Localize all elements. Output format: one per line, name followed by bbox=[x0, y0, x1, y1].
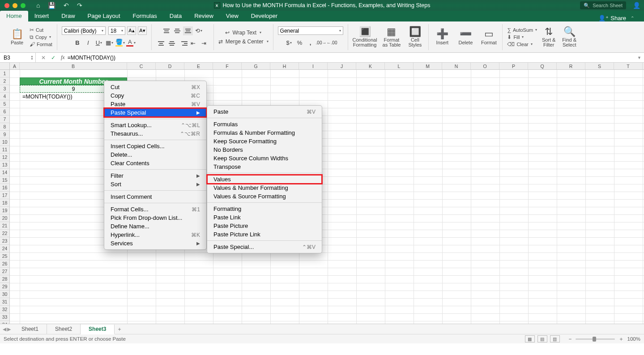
col-F[interactable]: F bbox=[213, 63, 242, 69]
row-16[interactable]: 16 bbox=[0, 184, 10, 192]
align-center-button[interactable] bbox=[167, 39, 177, 48]
row-19[interactable]: 19 bbox=[0, 207, 10, 214]
align-middle-button[interactable] bbox=[172, 26, 182, 35]
col-L[interactable]: L bbox=[385, 63, 414, 69]
paste-button[interactable]: 📋 Paste bbox=[8, 29, 26, 45]
sub-values-source-formatting[interactable]: Values & Source Formatting bbox=[207, 192, 322, 201]
search-sheet-box[interactable]: 🔍 Search Sheet bbox=[580, 1, 626, 9]
col-C[interactable]: C bbox=[127, 63, 156, 69]
ribbon-collapse-icon[interactable]: ⌃ bbox=[631, 16, 634, 21]
decrease-decimal-button[interactable]: ←.00 bbox=[327, 38, 337, 47]
zoom-slider[interactable] bbox=[576, 338, 615, 340]
fill-button[interactable]: ⬇Fill▾ bbox=[507, 34, 537, 40]
align-bottom-button[interactable] bbox=[183, 26, 193, 35]
row-12[interactable]: 12 bbox=[0, 154, 10, 161]
formula-input[interactable] bbox=[68, 53, 637, 62]
row-15[interactable]: 15 bbox=[0, 176, 10, 184]
row-13[interactable]: 13 bbox=[0, 161, 10, 169]
sub-formulas-number-formatting[interactable]: Formulas & Number Formatting bbox=[207, 128, 322, 137]
sub-no-borders[interactable]: No Borders bbox=[207, 145, 322, 154]
row-21[interactable]: 21 bbox=[0, 222, 10, 230]
format-painter-button[interactable]: 🖌Format bbox=[30, 41, 52, 47]
ctx-services[interactable]: Services▶ bbox=[104, 239, 206, 248]
wrap-text-button[interactable]: ↩Wrap Text▾ bbox=[225, 30, 261, 36]
row-25[interactable]: 25 bbox=[0, 252, 10, 260]
clear-button[interactable]: ⌫Clear▾ bbox=[507, 41, 537, 47]
format-as-table-button[interactable]: ▦Format as Table bbox=[383, 27, 401, 47]
row-18[interactable]: 18 bbox=[0, 199, 10, 207]
row-26[interactable]: 26 bbox=[0, 260, 10, 268]
merge-center-button[interactable]: ⇄Merge & Center▾ bbox=[218, 38, 269, 45]
col-E[interactable]: E bbox=[184, 63, 213, 69]
tab-home[interactable]: Home bbox=[0, 11, 28, 21]
align-top-button[interactable] bbox=[162, 26, 171, 35]
col-Q[interactable]: Q bbox=[528, 63, 557, 69]
col-G[interactable]: G bbox=[242, 63, 270, 69]
sub-keep-source-column-widths[interactable]: Keep Source Column Widths bbox=[207, 154, 322, 163]
col-N[interactable]: N bbox=[442, 63, 471, 69]
name-box[interactable]: B3 ▲▼ bbox=[0, 53, 36, 62]
tab-view[interactable]: View bbox=[220, 11, 245, 21]
row-22[interactable]: 22 bbox=[0, 230, 10, 237]
row-17[interactable]: 17 bbox=[0, 192, 10, 199]
ctx-clear-contents[interactable]: Clear Contents bbox=[104, 159, 206, 167]
close-window-button[interactable] bbox=[4, 3, 9, 8]
ctx-define-name[interactable]: Define Name... bbox=[104, 222, 206, 231]
col-M[interactable]: M bbox=[414, 63, 442, 69]
copy-button[interactable]: ⧉Copy▾ bbox=[30, 34, 52, 40]
sub-values[interactable]: Values bbox=[207, 175, 322, 184]
sub-keep-source-formatting[interactable]: Keep Source Formatting bbox=[207, 137, 322, 145]
user-account-icon[interactable]: 👤 bbox=[632, 1, 640, 9]
col-O[interactable]: O bbox=[471, 63, 499, 69]
ctx-filter[interactable]: Filter▶ bbox=[104, 171, 206, 180]
ctx-delete[interactable]: Delete... bbox=[104, 150, 206, 159]
row-9[interactable]: 9 bbox=[0, 131, 10, 138]
col-P[interactable]: P bbox=[499, 63, 528, 69]
borders-button[interactable]: ▦▾ bbox=[105, 38, 115, 47]
delete-cells-button[interactable]: ➖Delete bbox=[456, 29, 474, 45]
row-33[interactable]: 33 bbox=[0, 313, 10, 321]
ctx-copy[interactable]: Copy⌘C bbox=[104, 91, 206, 100]
sheet-nav-next-icon[interactable]: ▶ bbox=[7, 326, 11, 332]
ctx-paste[interactable]: Paste⌘V bbox=[104, 100, 206, 108]
font-size-dropdown[interactable]: 18▾ bbox=[108, 26, 125, 35]
increase-indent-button[interactable]: ⇥ bbox=[199, 38, 209, 48]
col-B[interactable]: B bbox=[20, 63, 127, 69]
cell-styles-button[interactable]: 🔲Cell Styles bbox=[406, 27, 424, 47]
decrease-font-button[interactable]: A▾ bbox=[138, 26, 147, 35]
autosum-button[interactable]: ∑AutoSum▾ bbox=[507, 27, 537, 33]
sheet-tab-2[interactable]: Sheet2 bbox=[47, 324, 81, 334]
worksheet-grid[interactable]: A B C D E F G H I J K L M N O P Q R S T … bbox=[0, 63, 644, 324]
increase-font-button[interactable]: A▴ bbox=[127, 26, 136, 35]
ctx-cut[interactable]: Cut⌘X bbox=[104, 83, 206, 91]
sort-filter-button[interactable]: ⇅Sort & Filter bbox=[540, 27, 558, 47]
sheet-nav-prev-icon[interactable]: ◀ bbox=[3, 326, 6, 332]
col-A[interactable]: A bbox=[10, 63, 20, 69]
expand-formula-bar-icon[interactable]: ▼ bbox=[637, 56, 641, 60]
tab-review[interactable]: Review bbox=[188, 11, 220, 21]
redo-icon[interactable]: ↷ bbox=[77, 2, 82, 9]
ctx-sort[interactable]: Sort▶ bbox=[104, 180, 206, 188]
row-27[interactable]: 27 bbox=[0, 268, 10, 275]
cut-button[interactable]: ✂Cut bbox=[30, 27, 52, 33]
number-format-dropdown[interactable]: General▾ bbox=[278, 26, 343, 35]
ctx-format-cells[interactable]: Format Cells...⌘1 bbox=[104, 205, 206, 214]
row-3[interactable]: 3 bbox=[0, 85, 10, 93]
sub-paste-link[interactable]: Paste Link bbox=[207, 213, 322, 222]
ctx-pick-dropdown[interactable]: Pick From Drop-down List... bbox=[104, 214, 206, 222]
row-2[interactable]: 2 bbox=[0, 77, 10, 85]
insert-cells-button[interactable]: ➕Insert bbox=[433, 29, 451, 45]
zoom-out-button[interactable]: − bbox=[569, 336, 572, 342]
orientation-button[interactable]: ⟲▾ bbox=[194, 26, 204, 36]
sub-formatting[interactable]: Formatting bbox=[207, 205, 322, 213]
undo-icon[interactable]: ↶ bbox=[64, 2, 69, 9]
fill-color-button[interactable]: 🪣▾ bbox=[115, 38, 125, 47]
tab-data[interactable]: Data bbox=[163, 11, 188, 21]
sub-transpose[interactable]: Transpose bbox=[207, 163, 322, 171]
row-23[interactable]: 23 bbox=[0, 237, 10, 245]
find-select-button[interactable]: 🔍Find & Select bbox=[560, 27, 578, 47]
tab-draw[interactable]: Draw bbox=[55, 11, 81, 21]
tab-insert[interactable]: Insert bbox=[28, 11, 55, 21]
sub-values-number-formatting[interactable]: Values & Number Formatting bbox=[207, 184, 322, 192]
row-24[interactable]: 24 bbox=[0, 245, 10, 252]
